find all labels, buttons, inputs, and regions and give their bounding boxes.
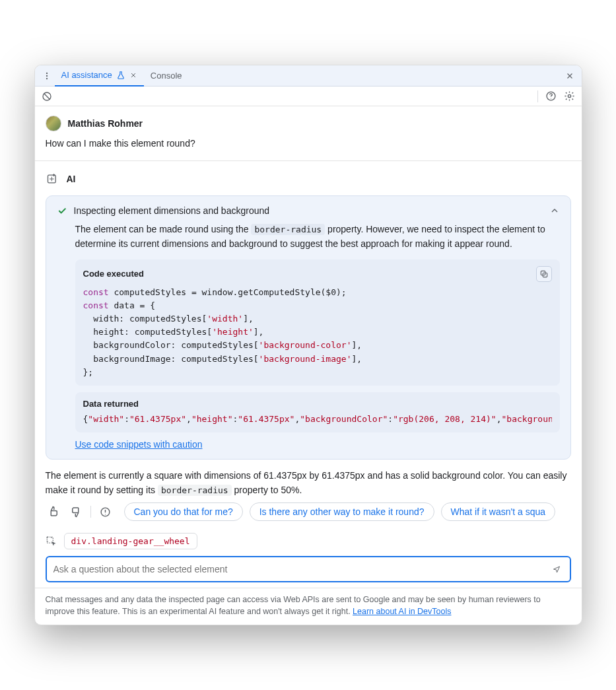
suggestion-chip[interactable]: What if it wasn't a squa xyxy=(441,502,556,521)
inline-code: border-radius xyxy=(251,224,325,235)
select-element-icon[interactable] xyxy=(46,535,57,547)
text: The element is currently a square with d… xyxy=(46,470,567,495)
more-menu-button[interactable] xyxy=(39,68,55,84)
tab-bar: AI assistance Console xyxy=(35,65,582,86)
svg-point-11 xyxy=(105,514,106,514)
toolbar xyxy=(35,86,582,106)
help-icon[interactable] xyxy=(543,88,559,104)
question-input[interactable] xyxy=(52,563,543,575)
ai-header: AI xyxy=(46,172,571,186)
send-button[interactable] xyxy=(549,561,565,577)
suggestion-chip[interactable]: Is there any other way to make it round? xyxy=(250,502,434,521)
report-icon[interactable] xyxy=(98,504,114,520)
reactions-row: Can you do that for me? Is there any oth… xyxy=(46,502,571,521)
user-header: Matthias Rohmer xyxy=(46,116,571,131)
ai-label: AI xyxy=(67,174,76,184)
svg-point-0 xyxy=(46,73,47,74)
disclaimer-link[interactable]: Learn about AI in DevTools xyxy=(353,607,451,616)
svg-point-1 xyxy=(46,75,47,77)
thumbs-down-icon[interactable] xyxy=(68,504,84,520)
tab-label: Console xyxy=(151,71,182,81)
code-executed-label: Code executed xyxy=(83,269,144,279)
chevron-up-icon[interactable] xyxy=(549,205,560,216)
devtools-window: AI assistance Console xyxy=(34,65,582,625)
code-block: {"width":"61.4375px","height":"61.4375px… xyxy=(83,413,552,426)
step-description: The element can be made round using the … xyxy=(75,223,560,251)
check-icon xyxy=(57,205,67,216)
tab-ai-assistance[interactable]: AI assistance xyxy=(55,65,144,86)
gear-icon[interactable] xyxy=(562,88,578,104)
copy-button[interactable] xyxy=(536,266,552,282)
context-class: .landing-gear__wheel xyxy=(86,536,190,546)
text: property to 50%. xyxy=(232,485,302,495)
thumbs-up-icon[interactable] xyxy=(46,504,61,520)
conversation: Matthias Rohmer How can I make this elem… xyxy=(35,106,582,624)
question-input-row xyxy=(46,556,571,582)
context-element-pill[interactable]: div.landing-gear__wheel xyxy=(64,533,197,549)
caution-link[interactable]: Use code snippets with caution xyxy=(75,439,203,450)
data-returned-label: Data returned xyxy=(83,399,139,409)
data-returned-card: Data returned {"width":"61.4375px","heig… xyxy=(75,392,560,432)
code-block: const computedStyles = window.getCompute… xyxy=(83,286,552,379)
experiment-icon xyxy=(116,71,125,80)
svg-point-5 xyxy=(551,98,551,99)
code-executed-card: Code executed const computedStyles = win… xyxy=(75,259,560,386)
disclaimer: Chat messages and any data the inspected… xyxy=(35,588,582,624)
username: Matthias Rohmer xyxy=(68,118,143,129)
tab-console[interactable]: Console xyxy=(144,65,189,86)
disclaimer-text: Chat messages and any data the inspected… xyxy=(46,595,541,616)
step-title: Inspecting element dimensions and backgr… xyxy=(74,205,543,216)
close-panel-button[interactable] xyxy=(562,68,578,84)
ai-sparkle-icon xyxy=(46,172,60,186)
avatar xyxy=(46,116,61,131)
caution-row: Use code snippets with caution xyxy=(75,439,560,450)
suggestion-chips: Can you do that for me? Is there any oth… xyxy=(124,502,571,521)
user-question: How can I make this element round? xyxy=(46,138,571,149)
step-card: Inspecting element dimensions and backgr… xyxy=(46,195,571,460)
step-header: Inspecting element dimensions and backgr… xyxy=(57,205,560,216)
inline-code: border-radius xyxy=(158,485,232,496)
svg-point-6 xyxy=(568,95,570,98)
suggestion-chip[interactable]: Can you do that for me? xyxy=(124,502,243,521)
context-tag: div xyxy=(71,536,86,546)
close-icon[interactable] xyxy=(129,71,137,79)
ai-summary: The element is currently a square with d… xyxy=(46,469,571,497)
block-icon[interactable] xyxy=(39,88,55,104)
context-row: div.landing-gear__wheel xyxy=(46,533,571,549)
tab-label: AI assistance xyxy=(61,70,112,80)
svg-point-2 xyxy=(46,78,47,79)
text: The element can be made round using the xyxy=(75,224,252,234)
